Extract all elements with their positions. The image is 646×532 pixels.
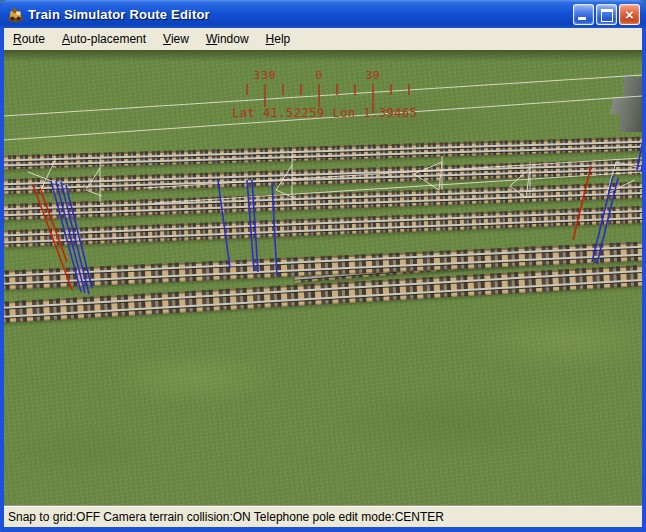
title-bar[interactable]: Train Simulator Route Editor × xyxy=(0,0,646,28)
window-title: Train Simulator Route Editor xyxy=(28,7,573,22)
train-app-icon xyxy=(7,6,24,23)
route-editor-window: Train Simulator Route Editor × Route Aut… xyxy=(0,0,646,532)
close-icon[interactable]: × xyxy=(619,4,640,25)
menu-window[interactable]: Window xyxy=(199,29,257,49)
menu-route[interactable]: Route xyxy=(6,29,53,49)
maximize-icon[interactable] xyxy=(596,4,617,25)
telephone-poles-selected-red[interactable] xyxy=(33,166,591,290)
menu-view[interactable]: View xyxy=(156,29,197,49)
route-editor-viewport[interactable]: 330 0 30 Lat 41.52259 Lon 1.39465 xyxy=(4,50,642,505)
status-text: Snap to grid:OFF Camera terrain collisio… xyxy=(8,510,444,524)
menu-auto-placement[interactable]: Auto-placement xyxy=(55,29,154,49)
compass-label-0: 0 xyxy=(312,69,326,82)
window-controls: × xyxy=(573,4,640,25)
menu-help[interactable]: Help xyxy=(259,29,299,49)
minimize-icon[interactable] xyxy=(573,4,594,25)
wireframe-masts[interactable] xyxy=(28,152,642,206)
lat-lon-readout: Lat 41.52259 Lon 1.39465 xyxy=(232,106,417,120)
compass-label-30: 30 xyxy=(362,69,384,82)
status-bar: Snap to grid:OFF Camera terrain collisio… xyxy=(4,505,642,527)
menu-bar: Route Auto-placement View Window Help xyxy=(4,28,642,50)
compass-label-330: 330 xyxy=(250,69,280,82)
